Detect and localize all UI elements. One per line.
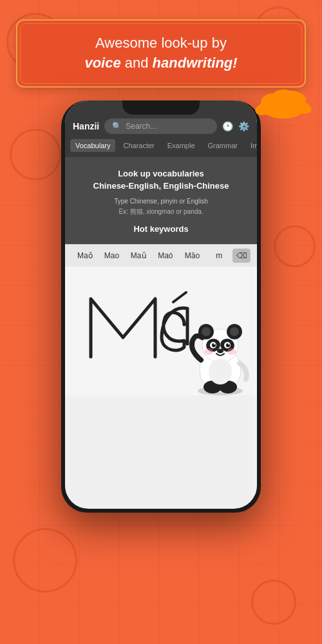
lookup-subtitle: Type Chinense, pinyin or English [73, 198, 249, 205]
header-icons: 🕐 ⚙️ [222, 121, 249, 131]
search-placeholder: Search... [126, 122, 156, 131]
suggestions-bar: Maǒ Mao Maǔ Maó Māo m ⌫ [65, 244, 257, 267]
header-banner: Awesome look-up by voice and handwriting… [16, 19, 306, 88]
svg-point-3 [272, 90, 295, 105]
phone-wrapper: Hanzii 🔍 Search... 🕐 ⚙️ Vocabulary Chara… [0, 100, 322, 513]
app-logo: Hanzii [73, 121, 99, 131]
history-icon[interactable]: 🕐 [222, 121, 233, 131]
cloud-decoration [254, 84, 312, 122]
svg-point-26 [209, 359, 232, 384]
suggestion-maoh[interactable]: Māo [179, 250, 206, 261]
phone-mockup: Hanzii 🔍 Search... 🕐 ⚙️ Vocabulary Chara… [61, 100, 261, 513]
suggestion-maou[interactable]: Maǔ [125, 250, 152, 261]
header-and: and [121, 55, 153, 71]
svg-point-21 [217, 348, 223, 353]
nav-tabs: Vocabulary Character Example Grammar Ima… [65, 139, 257, 157]
tab-vocabulary[interactable]: Vocabulary [70, 139, 115, 152]
search-bar[interactable]: 🔍 Search... [104, 118, 217, 134]
deco-circle [251, 580, 296, 625]
svg-point-20 [228, 343, 229, 344]
tab-example[interactable]: Example [162, 139, 200, 152]
phone-notch [122, 100, 200, 115]
handwriting-area[interactable] [65, 267, 257, 395]
svg-point-23 [227, 348, 236, 355]
phone-screen: Hanzii 🔍 Search... 🕐 ⚙️ Vocabulary Chara… [65, 100, 257, 509]
header-voice: voice [84, 55, 120, 71]
main-content: Look up vocabularies Chinese-English, En… [65, 157, 257, 244]
deco-circle [13, 528, 77, 592]
lookup-example: Ex: 熊猫, xiongmao or panda. [73, 207, 249, 216]
svg-point-11 [202, 327, 211, 336]
svg-point-22 [204, 348, 213, 355]
settings-icon[interactable]: ⚙️ [238, 121, 249, 131]
suggestion-mao[interactable]: Mao [99, 250, 126, 261]
tab-character[interactable]: Character [118, 139, 159, 152]
svg-point-12 [230, 327, 239, 336]
tab-grammar[interactable]: Grammar [203, 139, 243, 152]
tab-image[interactable]: Image [245, 139, 257, 152]
search-icon: 🔍 [112, 122, 122, 131]
header-handwriting: handwriting! [153, 55, 238, 71]
delete-button[interactable]: ⌫ [232, 249, 251, 263]
header-line1: Awesome look-up by [95, 35, 227, 51]
svg-point-19 [214, 343, 215, 344]
lookup-title: Look up vocabularies Chinese-English, En… [73, 167, 249, 193]
suggestion-maov[interactable]: Maǒ [71, 250, 99, 261]
hot-keywords-label: Hot keywords [73, 224, 249, 234]
panda-character [183, 308, 257, 395]
suggestion-maoa[interactable]: Maó [152, 250, 179, 261]
suggestion-m[interactable]: m [205, 250, 232, 261]
header-text: Awesome look-up by voice and handwriting… [33, 33, 289, 73]
